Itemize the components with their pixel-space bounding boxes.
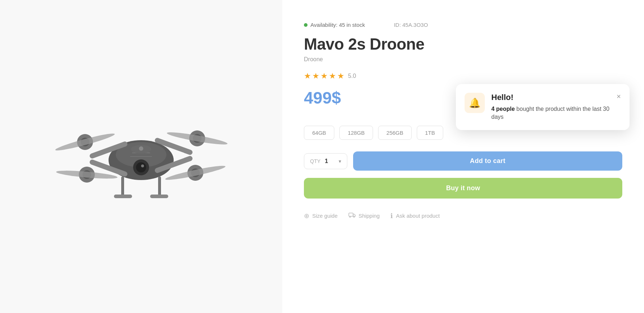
size-guide-label: Size guide [312, 213, 338, 219]
svg-point-3 [136, 162, 146, 172]
rating-row: ★ ★ ★ ★ ★ 5.0 [304, 71, 622, 81]
star-2: ★ [312, 71, 319, 81]
product-subtitle: Droone [304, 56, 622, 63]
notification-title: Hello! [491, 93, 610, 102]
add-to-cart-button[interactable]: Add to cart [353, 151, 622, 171]
svg-rect-21 [121, 176, 124, 196]
qty-value: 1 [325, 158, 328, 164]
drone-image [29, 62, 253, 251]
star-4: ★ [329, 71, 336, 81]
svg-rect-24 [150, 195, 168, 198]
svg-rect-23 [114, 195, 132, 198]
storage-option-128gb[interactable]: 128GB [339, 126, 373, 140]
notification-content: Hello! 4 people bought the product withi… [491, 93, 610, 121]
star-3: ★ [321, 71, 328, 81]
bottom-links: ⊕ Size guide Shipping ℹ Ask about produc… [304, 212, 622, 220]
availability-text: Availability: 45 in stock [310, 22, 365, 28]
notification-message: 4 people bought the product within the l… [491, 105, 610, 121]
page-container: Availability: 45 in stock ID: 45A.3O3O M… [0, 0, 644, 313]
shipping-icon [348, 212, 356, 220]
size-guide-link[interactable]: ⊕ Size guide [304, 212, 338, 220]
svg-point-31 [353, 216, 355, 217]
stars: ★ ★ ★ ★ ★ [304, 71, 344, 81]
storage-option-1tb[interactable]: 1TB [417, 126, 444, 140]
ask-product-link[interactable]: ℹ Ask about product [390, 212, 440, 220]
details-section: Availability: 45 in stock ID: 45A.3O3O M… [282, 0, 644, 313]
storage-option-256gb[interactable]: 256GB [378, 126, 412, 140]
star-1: ★ [304, 71, 311, 81]
star-5: ★ [337, 71, 344, 81]
chevron-down-icon: ▾ [339, 158, 341, 164]
size-guide-icon: ⊕ [304, 212, 309, 220]
shipping-link[interactable]: Shipping [348, 212, 380, 220]
notification-icon-wrap: 🔔 [465, 93, 485, 113]
qty-selector[interactable]: QTY 1 ▾ [304, 153, 347, 169]
svg-point-4 [141, 164, 144, 167]
notification-people-count: 4 people [491, 106, 515, 112]
storage-option-64gb[interactable]: 64GB [304, 126, 334, 140]
cart-row: QTY 1 ▾ Add to cart [304, 151, 622, 171]
svg-point-30 [349, 216, 351, 217]
availability-row: Availability: 45 in stock ID: 45A.3O3O [304, 22, 622, 28]
product-id: ID: 45A.3O3O [394, 22, 428, 28]
availability-info: Availability: 45 in stock [304, 22, 365, 28]
qty-label: QTY [310, 158, 321, 164]
svg-point-28 [139, 146, 143, 151]
rating-value: 5.0 [348, 73, 356, 79]
product-title: Mavo 2s Droone [304, 35, 622, 53]
ask-product-icon: ℹ [390, 212, 393, 220]
svg-rect-22 [158, 176, 161, 196]
notification-popup: 🔔 Hello! 4 people bought the product wit… [456, 84, 630, 130]
notification-close-button[interactable]: × [617, 93, 621, 100]
svg-rect-29 [349, 213, 353, 216]
shipping-label: Shipping [359, 213, 380, 219]
drone-svg [29, 62, 253, 251]
notification-bell-icon: 🔔 [469, 97, 480, 109]
ask-product-label: Ask about product [396, 213, 440, 219]
buy-now-button[interactable]: Buy it now [304, 178, 622, 199]
availability-dot [304, 23, 308, 27]
fade-overlay [282, 270, 644, 313]
image-section [0, 0, 282, 313]
